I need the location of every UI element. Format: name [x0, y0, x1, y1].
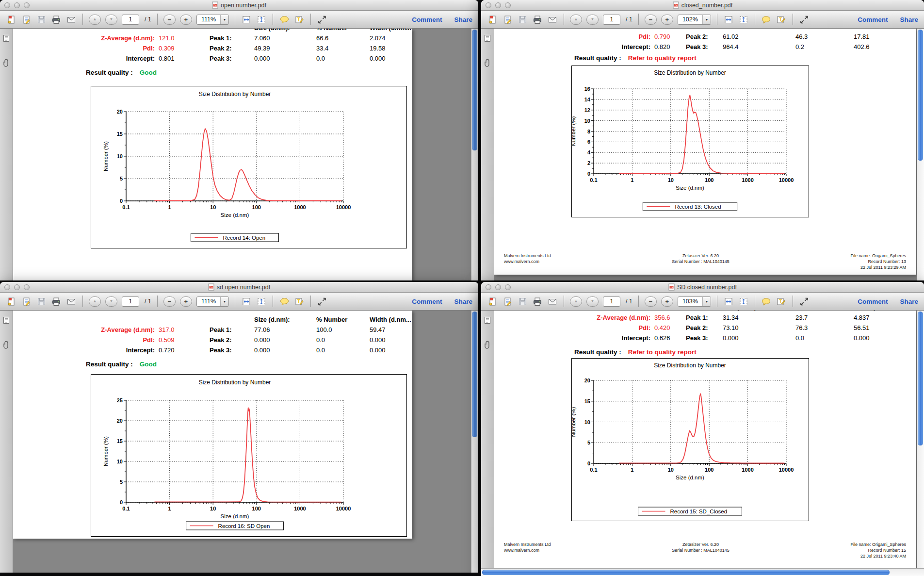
email-button[interactable] [66, 296, 77, 307]
email-button[interactable] [547, 14, 558, 25]
attachments-paperclip-icon[interactable] [484, 341, 491, 351]
next-page-button[interactable]: ▼ [586, 296, 599, 307]
maximize-button[interactable] [24, 2, 30, 8]
save-button[interactable] [517, 14, 528, 25]
save-button[interactable] [36, 14, 47, 25]
zoom-out-button[interactable]: − [163, 296, 176, 307]
fit-page-button[interactable] [256, 14, 267, 25]
zoom-out-button[interactable]: − [163, 15, 176, 25]
horizontal-scrollbar[interactable] [481, 568, 924, 576]
vertical-scrollbar[interactable] [917, 29, 924, 280]
share-link[interactable]: Share [900, 298, 918, 305]
minimize-button[interactable] [14, 284, 20, 290]
save-button[interactable] [517, 296, 528, 307]
maximize-button[interactable] [505, 2, 511, 8]
fullscreen-button[interactable] [317, 296, 327, 307]
vertical-scrollbar[interactable] [471, 29, 478, 280]
document-area[interactable]: Size (d.nm):% NumberWidth (d.nm...Z-Aver… [494, 311, 917, 568]
maximize-button[interactable] [24, 284, 30, 290]
zoom-level-select[interactable]: 103% ▼ [678, 296, 711, 307]
zoom-out-button[interactable]: − [645, 15, 657, 25]
close-button[interactable] [4, 284, 10, 290]
page-thumbnails-icon[interactable] [484, 34, 491, 44]
print-button[interactable] [51, 296, 62, 307]
zoom-in-button[interactable]: + [180, 15, 192, 25]
create-pdf-button[interactable] [487, 296, 498, 307]
print-button[interactable] [532, 14, 543, 25]
create-pdf-button[interactable] [6, 14, 16, 25]
maximize-button[interactable] [505, 284, 511, 290]
zoom-dropdown-arrow[interactable]: ▼ [702, 15, 711, 24]
zoom-level-select[interactable]: 102% ▼ [678, 15, 711, 25]
create-pdf-button[interactable] [487, 14, 498, 25]
fit-width-button[interactable] [723, 296, 734, 307]
fit-width-button[interactable] [241, 14, 252, 25]
annotate-button[interactable]: T [776, 14, 787, 25]
minimize-button[interactable] [495, 284, 501, 290]
zoom-dropdown-arrow[interactable]: ▼ [220, 297, 228, 306]
next-page-button[interactable]: ▼ [586, 15, 599, 25]
email-button[interactable] [547, 296, 558, 307]
fit-page-button[interactable] [738, 296, 749, 307]
comment-link[interactable]: Comment [412, 298, 442, 305]
vertical-scrollbar[interactable] [917, 311, 924, 568]
next-page-button[interactable]: ▼ [105, 296, 117, 307]
page-number-input[interactable]: 1 [122, 296, 139, 307]
comment-bubble-button[interactable] [279, 296, 290, 307]
share-link[interactable]: Share [454, 16, 472, 23]
minimize-button[interactable] [14, 2, 20, 8]
previous-page-button[interactable]: ▲ [89, 296, 101, 307]
comment-link[interactable]: Comment [858, 298, 888, 305]
export-document-button[interactable] [21, 296, 32, 307]
next-page-button[interactable]: ▼ [105, 15, 117, 25]
email-button[interactable] [66, 14, 77, 25]
comment-bubble-button[interactable] [761, 296, 772, 307]
annotate-button[interactable]: T [294, 296, 305, 307]
comment-bubble-button[interactable] [761, 14, 772, 25]
fullscreen-button[interactable] [799, 14, 810, 25]
fullscreen-button[interactable] [799, 296, 810, 307]
print-button[interactable] [532, 296, 543, 307]
previous-page-button[interactable]: ▲ [89, 15, 101, 25]
window-titlebar[interactable]: closed_number.pdf [481, 0, 924, 11]
fit-width-button[interactable] [723, 14, 734, 25]
page-thumbnails-icon[interactable] [2, 316, 10, 326]
fit-width-button[interactable] [241, 296, 252, 307]
previous-page-button[interactable]: ▲ [570, 296, 582, 307]
zoom-in-button[interactable]: + [180, 296, 192, 307]
zoom-level-select[interactable]: 111% ▼ [196, 296, 229, 307]
horizontal-scroll-thumb[interactable] [482, 570, 890, 575]
zoom-in-button[interactable]: + [661, 15, 673, 25]
comment-bubble-button[interactable] [279, 14, 290, 25]
vertical-scroll-thumb[interactable] [472, 30, 477, 150]
page-number-input[interactable]: 1 [603, 15, 620, 25]
window-titlebar[interactable]: sd open number.pdf [0, 282, 478, 293]
page-number-input[interactable]: 1 [603, 296, 620, 307]
fullscreen-button[interactable] [317, 14, 327, 25]
share-link[interactable]: Share [454, 298, 472, 305]
zoom-dropdown-arrow[interactable]: ▼ [220, 15, 228, 24]
attachments-paperclip-icon[interactable] [3, 59, 10, 69]
close-button[interactable] [486, 2, 491, 8]
share-link[interactable]: Share [900, 16, 918, 23]
annotate-button[interactable]: T [294, 14, 305, 25]
export-document-button[interactable] [21, 14, 32, 25]
vertical-scroll-thumb[interactable] [918, 30, 923, 161]
page-thumbnails-icon[interactable] [2, 34, 10, 44]
print-button[interactable] [51, 14, 62, 25]
fit-page-button[interactable] [256, 296, 267, 307]
export-document-button[interactable] [502, 14, 513, 25]
document-area[interactable]: Size (d.nm):% NumberWidth (d.nm...Z-Aver… [13, 311, 471, 573]
zoom-in-button[interactable]: + [661, 296, 673, 307]
window-titlebar[interactable]: open number.pdf [0, 0, 478, 11]
close-button[interactable] [4, 2, 10, 8]
export-document-button[interactable] [502, 296, 513, 307]
page-thumbnails-icon[interactable] [484, 316, 491, 326]
attachments-paperclip-icon[interactable] [484, 59, 491, 69]
close-button[interactable] [486, 284, 491, 290]
annotate-button[interactable]: T [776, 296, 787, 307]
vertical-scroll-thumb[interactable] [918, 312, 923, 445]
document-area[interactable]: PdI:0.790Peak 2:61.0246.317.81Intercept:… [494, 29, 917, 280]
window-titlebar[interactable]: SD closed number.pdf [481, 282, 924, 293]
save-button[interactable] [36, 296, 47, 307]
